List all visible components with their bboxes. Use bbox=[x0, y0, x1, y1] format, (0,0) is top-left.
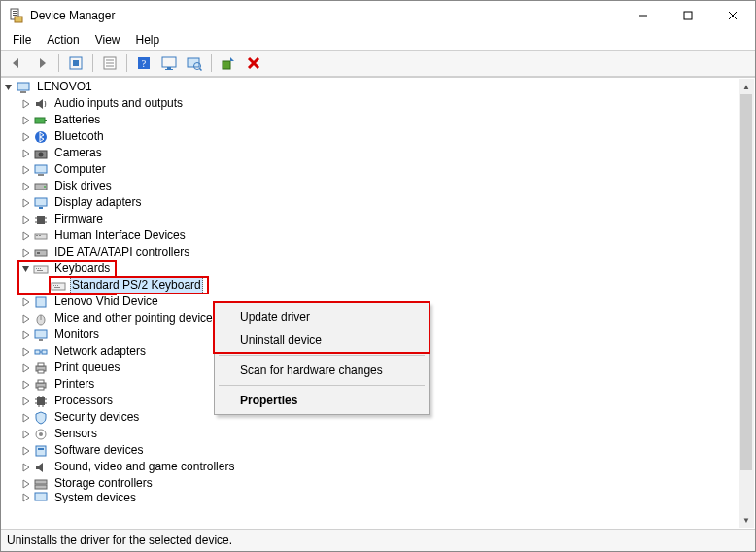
tree-category-storage[interactable]: Storage controllers bbox=[2, 475, 739, 492]
menubar: File Action View Help bbox=[1, 30, 755, 50]
scroll-track[interactable] bbox=[739, 94, 754, 512]
toolbar-uninstall-button[interactable] bbox=[242, 52, 265, 74]
expand-icon[interactable] bbox=[19, 378, 33, 392]
tree-category-disks[interactable]: Disk drives bbox=[2, 178, 739, 194]
toolbar-show-hidden-button[interactable] bbox=[157, 52, 181, 74]
expand-icon[interactable] bbox=[19, 362, 33, 375]
expand-icon[interactable] bbox=[19, 114, 33, 127]
statusbar: Uninstalls the driver for the selected d… bbox=[1, 529, 755, 551]
tree-category-system[interactable]: System devices bbox=[2, 492, 739, 503]
tree-device-ps2-keyboard[interactable]: Standard PS/2 Keyboard bbox=[2, 277, 739, 293]
svg-rect-57 bbox=[57, 285, 58, 286]
tree-category-firmware[interactable]: Firmware bbox=[2, 211, 739, 227]
toolbar-add-legacy-button[interactable] bbox=[217, 52, 240, 74]
expand-icon[interactable] bbox=[19, 147, 33, 160]
monitor-icon bbox=[33, 328, 49, 343]
toolbar-help-button[interactable]: ? bbox=[132, 52, 155, 74]
expand-icon[interactable] bbox=[19, 213, 33, 226]
tree-label: Computer bbox=[52, 161, 108, 178]
svg-rect-2 bbox=[13, 13, 17, 14]
toolbar-properties-button[interactable] bbox=[98, 52, 121, 74]
tree-label: IDE ATA/ATAPI controllers bbox=[52, 244, 191, 260]
tree-category-sensors[interactable]: Sensors bbox=[2, 426, 739, 442]
tree-root[interactable]: LENOVO1 bbox=[2, 79, 739, 95]
expand-icon[interactable] bbox=[19, 295, 33, 309]
close-button[interactable] bbox=[710, 1, 755, 30]
tree-category-hid[interactable]: Human Interface Devices bbox=[2, 227, 739, 244]
context-update-driver[interactable]: Update driver bbox=[217, 305, 427, 328]
menu-action[interactable]: Action bbox=[39, 31, 86, 49]
expand-icon[interactable] bbox=[19, 395, 33, 408]
expand-icon[interactable] bbox=[19, 97, 33, 111]
tree-category-display[interactable]: Display adapters bbox=[2, 194, 739, 211]
expand-icon[interactable] bbox=[19, 246, 33, 259]
context-uninstall-device[interactable]: Uninstall device bbox=[217, 328, 427, 352]
vertical-scrollbar[interactable]: ▲ ▼ bbox=[739, 79, 754, 528]
minimize-button[interactable] bbox=[621, 1, 666, 30]
ide-controller-icon bbox=[33, 245, 49, 260]
svg-rect-84 bbox=[36, 446, 46, 456]
tree-category-cameras[interactable]: Cameras bbox=[2, 145, 739, 161]
scroll-thumb[interactable] bbox=[740, 94, 752, 470]
speaker-icon bbox=[33, 96, 49, 112]
collapse-icon[interactable] bbox=[2, 81, 16, 94]
tree-category-keyboards[interactable]: Keyboards bbox=[2, 260, 739, 277]
tree-category-sound[interactable]: Sound, video and game controllers bbox=[2, 459, 739, 475]
sensor-icon bbox=[33, 427, 49, 442]
expand-icon[interactable] bbox=[19, 428, 33, 441]
expand-icon[interactable] bbox=[19, 492, 33, 503]
tree-category-bluetooth[interactable]: Bluetooth bbox=[2, 128, 739, 145]
toolbar-separator bbox=[211, 54, 212, 72]
expand-icon[interactable] bbox=[19, 477, 33, 491]
expand-icon[interactable] bbox=[19, 196, 33, 210]
menu-help[interactable]: Help bbox=[128, 31, 168, 49]
scroll-up-button[interactable]: ▲ bbox=[739, 79, 754, 94]
expand-icon[interactable] bbox=[19, 345, 33, 359]
tree-category-ide[interactable]: IDE ATA/ATAPI controllers bbox=[2, 244, 739, 260]
toolbar-back-button[interactable] bbox=[5, 52, 28, 74]
collapse-icon[interactable] bbox=[19, 262, 33, 276]
expand-icon[interactable] bbox=[19, 163, 33, 177]
expand-icon[interactable] bbox=[19, 229, 33, 243]
menu-view[interactable]: View bbox=[87, 31, 128, 49]
svg-rect-59 bbox=[36, 297, 46, 307]
menu-file[interactable]: File bbox=[5, 31, 39, 49]
tree-category-software[interactable]: Software devices bbox=[2, 442, 739, 459]
disk-icon bbox=[33, 179, 49, 194]
toolbar-scan-button[interactable] bbox=[183, 52, 206, 74]
expand-icon[interactable] bbox=[19, 411, 33, 425]
context-scan-hardware[interactable]: Scan for hardware changes bbox=[217, 359, 427, 382]
svg-rect-1 bbox=[13, 11, 17, 12]
toolbar-forward-button[interactable] bbox=[30, 52, 53, 74]
expand-icon[interactable] bbox=[19, 444, 33, 458]
tree-label: Print queues bbox=[52, 360, 121, 376]
svg-rect-46 bbox=[39, 235, 41, 236]
svg-rect-52 bbox=[40, 268, 41, 269]
svg-rect-58 bbox=[54, 287, 60, 288]
toolbar-separator bbox=[126, 54, 127, 72]
help-icon: ? bbox=[136, 55, 152, 71]
expand-icon[interactable] bbox=[19, 180, 33, 193]
svg-rect-26 bbox=[17, 83, 29, 90]
expand-icon[interactable] bbox=[19, 328, 33, 342]
tree-category-batteries[interactable]: Batteries bbox=[2, 112, 739, 128]
toolbar-options-button[interactable] bbox=[64, 52, 87, 74]
svg-rect-51 bbox=[38, 268, 39, 269]
expand-icon[interactable] bbox=[19, 312, 33, 326]
toolbar-separator bbox=[92, 54, 93, 72]
scroll-down-button[interactable]: ▼ bbox=[739, 512, 754, 528]
svg-rect-47 bbox=[35, 250, 47, 256]
tree-category-computer[interactable]: Computer bbox=[2, 161, 739, 178]
expand-icon[interactable] bbox=[19, 461, 33, 474]
svg-rect-53 bbox=[37, 270, 43, 271]
maximize-button[interactable] bbox=[666, 1, 710, 30]
expand-icon[interactable] bbox=[19, 130, 33, 144]
svg-rect-44 bbox=[35, 234, 47, 239]
context-properties[interactable]: Properties bbox=[217, 389, 427, 412]
svg-rect-86 bbox=[35, 480, 47, 484]
svg-point-32 bbox=[39, 152, 44, 156]
uninstall-x-icon bbox=[246, 55, 261, 71]
tree-category-audio[interactable]: Audio inputs and outputs bbox=[2, 95, 739, 112]
svg-rect-54 bbox=[52, 283, 65, 290]
svg-rect-65 bbox=[42, 350, 47, 354]
